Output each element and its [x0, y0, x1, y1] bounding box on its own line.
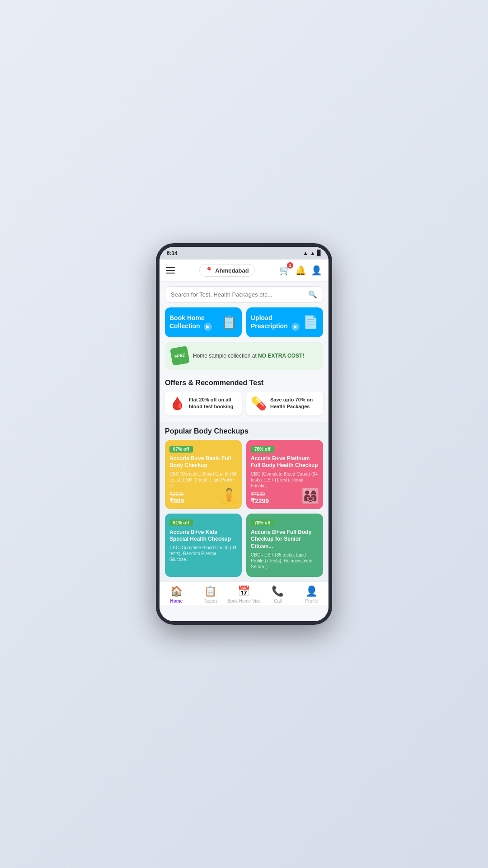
location-selector[interactable]: 📍 Ahmedabad — [199, 264, 254, 277]
person-icon-platinum: 👨‍👩‍👧 — [301, 487, 319, 505]
checkup-card-senior[interactable]: 70% off Accuris B+ve Full Body Checkup f… — [246, 514, 323, 577]
home-nav-icon: 🏠 — [170, 585, 183, 597]
offer-card-health-packages[interactable]: 💊 Save upto 70% on Heatlh Packages — [246, 392, 323, 415]
bottom-nav: 🏠 Home 📋 Report 📅 Book Home Visit 📞 Call… — [160, 581, 328, 605]
profile-nav-icon: 👤 — [305, 585, 318, 597]
status-icons: ▲ ▲ ▊ — [303, 250, 321, 256]
offers-grid: 🩸 Flat 20% off on all blood test booking… — [165, 392, 323, 415]
checkups-grid: 67% off Accuris B+ve Basic Full Body Che… — [165, 440, 323, 577]
home-nav-label: Home — [170, 599, 183, 604]
checkup-desc-kids: CBC (Complete Blood Count) (34 tests), R… — [169, 545, 237, 562]
checkup-name-kids: Accuris B+ve Kids Special Health Checkup — [169, 529, 237, 543]
blood-test-icon: 🩸 — [169, 396, 185, 411]
person-icon-basic: 🧘 — [220, 487, 238, 505]
user-icon[interactable]: 👤 — [311, 265, 322, 276]
search-input[interactable] — [171, 291, 305, 298]
cart-button[interactable]: 🛒 1 — [279, 265, 291, 276]
book-home-collection-label: Book HomeCollection ▶ — [169, 314, 212, 331]
free-banner: FREE Home sample collection at NO EXTRA … — [165, 342, 323, 370]
arrow-icon: ▶ — [204, 323, 212, 331]
checkup-name-platinum: Accuris B+ve Platinum Full Body Health C… — [251, 455, 319, 469]
discount-badge-kids: 61% off — [169, 519, 193, 526]
signal-icon: ▲ — [310, 250, 315, 256]
call-nav-icon: 📞 — [272, 585, 284, 597]
notification-icon[interactable]: 🔔 — [295, 265, 306, 276]
call-nav-label: Call — [274, 599, 282, 604]
prescription-icon: 📄 — [303, 315, 319, 330]
nav-call[interactable]: 📞 Call — [261, 585, 295, 604]
book-home-visit-nav-label: Book Home Visit — [227, 599, 261, 604]
hamburger-menu[interactable] — [166, 267, 175, 274]
offer-health-text: Save upto 70% on Heatlh Packages — [270, 396, 319, 410]
offer-blood-text: Flat 20% off on all blood test booking — [189, 396, 237, 410]
status-bar: 6:14 ▲ ▲ ▊ — [160, 247, 328, 259]
nav-report[interactable]: 📋 Report — [193, 585, 227, 604]
offers-section: Offers & Recommended Test 🩸 Flat 20% off… — [160, 374, 328, 418]
book-home-icon: 📋 — [221, 315, 237, 330]
profile-nav-label: Profile — [305, 599, 318, 604]
book-home-collection-button[interactable]: Book HomeCollection ▶ 📋 — [165, 307, 242, 337]
checkup-desc-senior: CBC - ESR (35 tests), Lipid Profile (7 t… — [251, 552, 319, 570]
wifi-icon: ▲ — [303, 250, 308, 256]
checkup-desc-basic: CBC (Complete Blood Count) (34 tests), E… — [169, 471, 237, 489]
discount-badge-basic: 67% off — [169, 446, 193, 453]
arrow-icon-2: ▶ — [291, 323, 300, 331]
checkups-title: Popular Body Checkups — [165, 427, 323, 435]
checkup-name-senior: Accuris B+ve Full Body Checkup for Senio… — [251, 529, 319, 550]
location-pin-icon: 📍 — [205, 267, 213, 274]
cart-badge: 1 — [287, 262, 293, 269]
free-badge: FREE — [170, 346, 190, 366]
app-content: 📍 Ahmedabad 🛒 1 🔔 👤 🔍 Book HomeCollectio — [160, 259, 328, 621]
checkup-card-basic[interactable]: 67% off Accuris B+ve Basic Full Body Che… — [165, 440, 242, 509]
header-icons: 🛒 1 🔔 👤 — [279, 265, 322, 276]
discount-badge-senior: 70% off — [251, 519, 274, 526]
nav-profile[interactable]: 👤 Profile — [295, 585, 328, 604]
checkups-section: Popular Body Checkups 67% off Accuris B+… — [160, 422, 328, 581]
checkup-card-platinum[interactable]: 70% off Accuris B+ve Platinum Full Body … — [246, 440, 323, 509]
nav-home[interactable]: 🏠 Home — [160, 585, 193, 604]
search-bar[interactable]: 🔍 — [165, 286, 323, 303]
book-home-visit-nav-icon: 📅 — [238, 585, 250, 597]
location-label: Ahmedabad — [215, 267, 249, 274]
checkup-desc-platinum: CBC (Complete Blood Count) (34 tests), E… — [251, 471, 319, 489]
report-nav-icon: 📋 — [204, 585, 216, 597]
discount-badge-platinum: 70% off — [251, 446, 274, 453]
upload-prescription-button[interactable]: UploadPrescription ▶ 📄 — [246, 307, 323, 337]
battery-icon: ▊ — [317, 250, 321, 256]
report-nav-label: Report — [203, 599, 217, 604]
offers-title: Offers & Recommended Test — [165, 379, 323, 387]
upload-prescription-label: UploadPrescription ▶ — [251, 314, 300, 331]
offer-card-blood-test[interactable]: 🩸 Flat 20% off on all blood test booking — [165, 392, 242, 415]
nav-book-home-visit[interactable]: 📅 Book Home Visit — [227, 585, 261, 604]
status-time: 6:14 — [167, 250, 178, 256]
phone-frame: 6:14 ▲ ▲ ▊ 📍 Ahmedabad 🛒 1 🔔 👤 — [156, 243, 332, 625]
header: 📍 Ahmedabad 🛒 1 🔔 👤 — [160, 259, 328, 282]
search-icon[interactable]: 🔍 — [308, 290, 317, 299]
health-packages-icon: 💊 — [251, 396, 267, 411]
free-banner-text: Home sample collection at NO EXTRA COST! — [193, 353, 304, 359]
action-buttons: Book HomeCollection ▶ 📋 UploadPrescripti… — [160, 307, 328, 337]
checkup-name-basic: Accuris B+ve Basic Full Body Checkup — [169, 455, 237, 469]
checkup-card-kids[interactable]: 61% off Accuris B+ve Kids Special Health… — [165, 514, 242, 577]
